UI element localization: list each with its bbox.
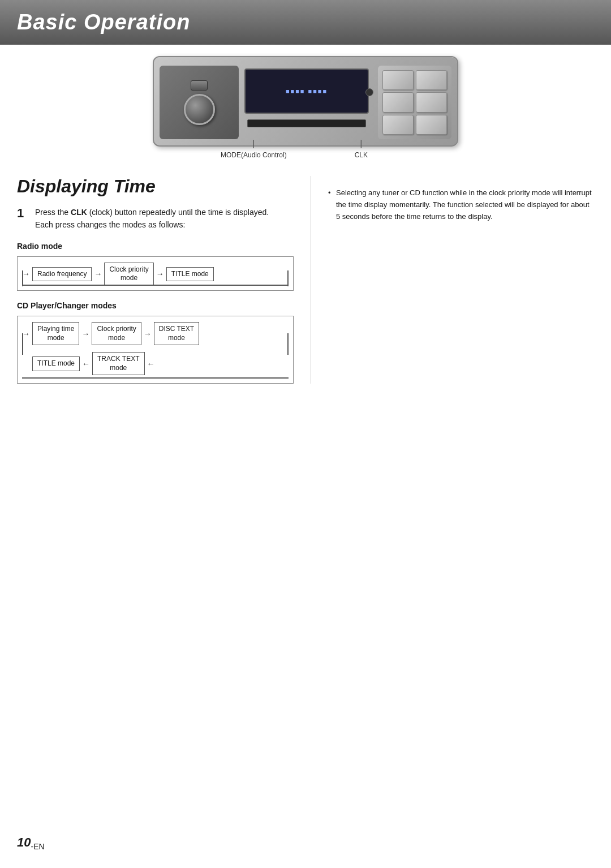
step-number: 1 [17, 206, 29, 231]
arrow-start-radio: → [22, 269, 30, 278]
radio-top-row: → Radio frequency → Clock prioritymode →… [22, 263, 289, 286]
step-text-3: Each press changes the modes as follows: [35, 220, 185, 229]
device-btn-3 [382, 92, 414, 112]
device-display-text: ■■■■ ■■■■ [286, 88, 328, 94]
cd-left-vline [22, 333, 23, 355]
device-btn-4 [416, 92, 447, 112]
label-clk: CLK [355, 151, 368, 159]
step-text-1: Press the [35, 208, 71, 217]
cd-box-clock: Clock prioritymode [92, 322, 141, 345]
radio-loop-diagram: → Radio frequency → Clock prioritymode →… [17, 256, 294, 291]
cd-mode-section: CD Player/Changer modes → Playing timemo… [17, 301, 294, 384]
device-btn-1 [382, 70, 414, 90]
device-section: ■■■■ ■■■■ MODE(Audio Control) CLK [0, 56, 611, 159]
arrow-cd-1: → [81, 329, 89, 338]
device-cd-slot [247, 119, 366, 127]
cd-loop-diagram: → Playing timemode → Clock prioritymode … [17, 316, 294, 384]
radio-mode-section: Radio mode → Radio frequency → Clock pri… [17, 242, 294, 291]
page-number: 10 [17, 835, 31, 849]
radio-mode-title: Radio mode [17, 242, 294, 251]
page-footer: 10-EN [17, 835, 45, 851]
cd-mode-title: CD Player/Changer modes [17, 301, 294, 310]
radio-left-line [22, 270, 23, 286]
radio-box-title: TITLE mode [166, 267, 214, 282]
device-image: ■■■■ ■■■■ [153, 56, 458, 147]
cd-right-vline [287, 333, 289, 355]
radio-box-clock: Clock prioritymode [104, 263, 153, 286]
cd-box-disc: DISC TEXTmode [154, 322, 199, 345]
step-text-2: (clock) button repeatedly until the time… [87, 208, 269, 217]
arrow-cd-3: ← [82, 359, 90, 368]
cd-box-title: TITLE mode [32, 356, 80, 371]
step-content: Press the CLK (clock) button repeatedly … [35, 206, 269, 231]
cd-box-track: TRACK TEXTmode [92, 352, 144, 375]
cd-top-row: → Playing timemode → Clock prioritymode … [22, 322, 289, 345]
device-btn-6 [416, 115, 447, 135]
header-bar: Basic Operation [0, 0, 611, 45]
device-left-panel [160, 66, 239, 139]
device-knob [184, 94, 215, 125]
cd-bottom-row: TITLE mode ← TRACK TEXTmode ← [22, 352, 289, 375]
device-btn-5 [382, 115, 414, 135]
arrow-radio-2: → [156, 269, 164, 278]
arrow-cd-4: ← [147, 359, 155, 368]
clk-button [365, 88, 373, 96]
cd-box-playing: Playing timemode [32, 322, 79, 345]
device-body: ■■■■ ■■■■ [154, 57, 457, 145]
arrow-radio-1: → [94, 269, 102, 278]
arrow-cd-2: → [144, 329, 152, 338]
note-text: Selecting any tuner or CD function while… [328, 187, 594, 222]
step-1-row: 1 Press the CLK (clock) button repeatedl… [17, 206, 294, 231]
label-mode: MODE(Audio Control) [221, 151, 287, 159]
clk-label: CLK [71, 208, 87, 217]
page-suffix: -EN [31, 842, 44, 851]
device-display: ■■■■ ■■■■ [244, 68, 369, 114]
left-column: Displaying Time 1 Press the CLK (clock) … [0, 176, 311, 384]
radio-bottom-line [22, 285, 289, 286]
device-btn-2 [416, 70, 447, 90]
arrow-start-cd: → [22, 329, 30, 338]
cd-bottom-hline [22, 377, 289, 379]
right-column: Selecting any tuner or CD function while… [311, 176, 611, 384]
device-labels: MODE(Audio Control) CLK [153, 151, 458, 159]
page-title: Basic Operation [17, 10, 594, 35]
content-wrapper: Displaying Time 1 Press the CLK (clock) … [0, 176, 611, 384]
radio-box-frequency: Radio frequency [32, 267, 92, 282]
section-title: Displaying Time [17, 176, 294, 197]
radio-right-line [287, 270, 289, 286]
device-top-button [191, 80, 208, 91]
device-right-panel [378, 66, 451, 139]
